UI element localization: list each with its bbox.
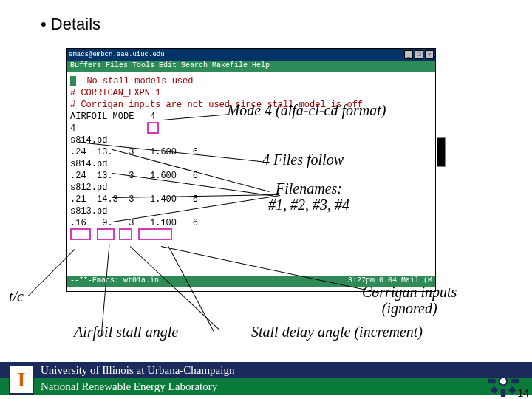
svg-rect-5 (508, 369, 516, 376)
editor-line-7: s814.pd (70, 134, 432, 146)
highlight-corrigan (138, 228, 172, 240)
svg-point-8 (499, 378, 508, 386)
maximize-icon[interactable]: □ (415, 50, 423, 59)
editor-line-2: # CORRIGAN_EXPN 1 (70, 87, 432, 99)
editor-line-9: s814.pd (70, 158, 432, 170)
svg-rect-1 (501, 389, 505, 398)
svg-rect-7 (508, 386, 516, 394)
highlight-stall-delay (119, 228, 132, 240)
footer: University of Illinois at Urbana-Champai… (0, 362, 532, 399)
illinois-logo-i: I (18, 368, 26, 392)
menubar[interactable]: Buffers Files Tools Edit Search Makefile… (67, 61, 435, 72)
nrel-logo (488, 366, 519, 397)
editor-line-11: s812.pd (70, 182, 432, 194)
cursor-icon (70, 76, 76, 86)
annotation-corrigan-l1: Corrigan inputs (362, 284, 457, 300)
minimize-icon[interactable]: _ (404, 50, 413, 59)
status-left: --**-Emacs: wt01a.in (70, 276, 159, 287)
editor-line-6: 4 (70, 123, 432, 134)
editor-line-1a (76, 76, 86, 86)
svg-rect-6 (491, 386, 498, 394)
annotation-mode4: Mode 4 (alfa-cl-cd format) (203, 102, 410, 119)
illinois-logo: I (9, 365, 34, 395)
page-number: 14 (517, 387, 529, 399)
annotation-files-follow: 4 Files follow (262, 151, 344, 168)
titlebar: emacs@embcn.aae.uiuc.edu _ □ × (67, 49, 435, 61)
svg-rect-0 (501, 366, 505, 374)
footer-uiuc-text: University of Illinois at Urbana-Champai… (41, 364, 234, 377)
highlight-stall-angle (97, 228, 115, 240)
annotation-filenames-l1: Filenames: (276, 180, 342, 197)
annotation-filenames: Filenames: #1, #2, #3, #4 (268, 180, 349, 213)
svg-rect-2 (488, 379, 496, 383)
highlight-tc (70, 228, 91, 240)
editor-line-8: .24 13. 3 1.600 6 (70, 146, 432, 158)
annotation-tc: t/c (9, 288, 24, 305)
footer-nrel: National Renewable Energy Laboratory (0, 378, 532, 395)
bullet-details: • Details (41, 15, 100, 34)
annotation-airfoil-stall: Airfoil stall angle (74, 324, 178, 341)
annotation-corrigan-l2: (ignored) (382, 300, 437, 316)
annotation-corrigan: Corrigan inputs (ignored) (362, 284, 457, 316)
editor-line-13: s813.pd (70, 205, 432, 217)
nrel-logo-icon (488, 366, 519, 397)
svg-rect-3 (511, 379, 519, 383)
editor-line-1b: No stall models used (86, 76, 193, 86)
titlebar-text: emacs@embcn.aae.uiuc.edu (69, 51, 165, 58)
scrollbar[interactable] (437, 137, 446, 167)
annotation-stall-delay: Stall delay angle (increment) (251, 324, 423, 341)
window-buttons: _ □ × (404, 50, 434, 59)
close-icon[interactable]: × (425, 50, 434, 59)
editor-line-10: .24 13. 3 1.600 6 (70, 170, 432, 182)
footer-nrel-text: National Renewable Energy Laboratory (41, 381, 217, 393)
svg-rect-4 (491, 369, 498, 376)
emacs-window: emacs@embcn.aae.uiuc.edu _ □ × Buffers F… (66, 48, 436, 292)
editor-line-12: .21 14.3 3 1.400 6 (70, 194, 432, 205)
annotation-filenames-l2: #1, #2, #3, #4 (268, 197, 349, 213)
editor-line-14: .16 9. 3 1.100 6 (70, 217, 432, 229)
footer-uiuc: University of Illinois at Urbana-Champai… (0, 362, 532, 378)
